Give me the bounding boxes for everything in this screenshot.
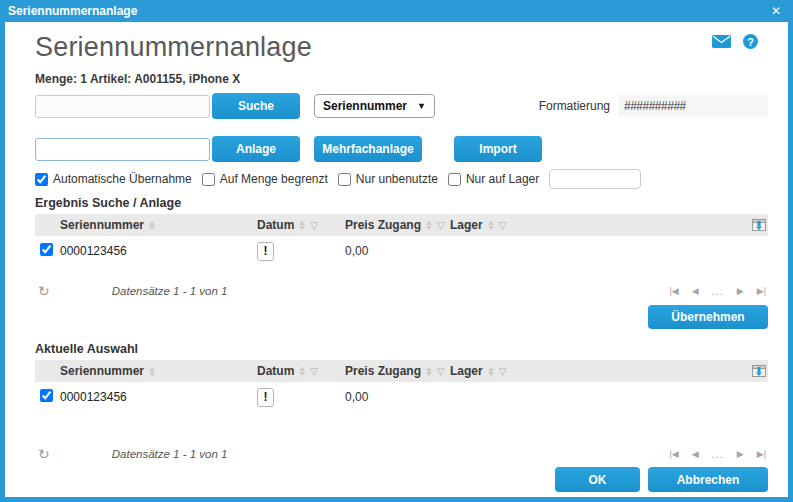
cell-seriennummer: 0000123456 [60, 244, 257, 258]
result-grid-header: Seriennummer Datum ▽ Preis Zugang ▽ Lage… [35, 214, 768, 236]
filter-icon[interactable]: ▽ [310, 366, 318, 377]
cell-seriennummer: 0000123456 [60, 390, 257, 404]
suche-button[interactable]: Suche [212, 93, 300, 119]
selection-grid-header: Seriennummer Datum ▽ Preis Zugang ▽ Lage… [35, 360, 768, 382]
header-icons: ? [712, 34, 758, 49]
search-input[interactable] [35, 95, 210, 118]
result-pager: ↻ Datensätze 1 - 1 von 1 |◀ ◀ ... ▶ ▶| [35, 283, 768, 299]
checkbox-automatische-uebernahme[interactable]: Automatische Übernahme [35, 172, 192, 186]
dialog-body: ? Seriennummernanlage Menge: 1 Artikel: … [0, 22, 793, 502]
row-select-checkbox[interactable] [40, 243, 53, 256]
column-header-preis-zugang[interactable]: Preis Zugang ▽ [345, 218, 450, 232]
import-button[interactable]: Import [454, 136, 542, 162]
selection-section-heading: Aktuelle Auswahl [35, 342, 768, 356]
prev-page-icon[interactable]: ◀ [692, 286, 699, 296]
datum-warning-button[interactable]: ! [257, 388, 274, 407]
filter-icon[interactable]: ▽ [437, 220, 445, 231]
search-row: Suche Seriennummer ▼ Formatierung ######… [35, 93, 768, 119]
sort-icon[interactable] [149, 221, 156, 230]
format-value: ########## [618, 95, 768, 117]
mail-icon[interactable] [712, 35, 731, 48]
abbrechen-button[interactable]: Abbrechen [648, 467, 768, 492]
dialog-footer: OK Abbrechen [35, 467, 768, 492]
next-page-icon[interactable]: ▶ [737, 286, 744, 296]
column-chooser-icon[interactable] [746, 219, 768, 231]
chevron-down-icon: ▼ [417, 101, 426, 111]
filter-icon[interactable]: ▽ [437, 366, 445, 377]
first-page-icon[interactable]: |◀ [669, 286, 678, 296]
last-page-icon[interactable]: ▶| [757, 449, 766, 459]
article-info: Menge: 1 Artikel: A001155, iPhone X [35, 72, 768, 86]
uebernehmen-button[interactable]: Übernehmen [648, 305, 768, 329]
next-page-icon[interactable]: ▶ [737, 449, 744, 459]
column-header-seriennummer[interactable]: Seriennummer [60, 364, 257, 378]
page-ellipsis: ... [712, 285, 724, 297]
sort-icon[interactable] [149, 367, 156, 376]
result-grid: Seriennummer Datum ▽ Preis Zugang ▽ Lage… [35, 214, 768, 266]
sort-icon[interactable] [299, 221, 306, 230]
filter-icon[interactable]: ▽ [499, 220, 507, 231]
table-row[interactable]: 0000123456 ! 0,00 [35, 236, 768, 266]
refresh-icon[interactable]: ↻ [38, 283, 50, 299]
pagination: |◀ ◀ ... ▶ ▶| [669, 285, 768, 297]
datum-warning-button[interactable]: ! [257, 242, 274, 261]
sort-icon[interactable] [426, 367, 433, 376]
anlage-button[interactable]: Anlage [212, 136, 300, 162]
column-header-datum[interactable]: Datum ▽ [257, 364, 345, 378]
column-header-lager[interactable]: Lager ▽ [450, 364, 550, 378]
result-section-heading: Ergebnis Suche / Anlage [35, 196, 768, 210]
column-header-seriennummer[interactable]: Seriennummer [60, 218, 257, 232]
refresh-icon[interactable]: ↻ [38, 446, 50, 462]
close-icon[interactable]: ✕ [767, 4, 785, 18]
records-count: Datensätze 1 - 1 von 1 [112, 448, 228, 460]
page-title: Seriennummernanlage [35, 32, 768, 63]
mehrfachanlage-button[interactable]: Mehrfachanlage [314, 136, 422, 162]
column-chooser-icon[interactable] [746, 365, 768, 377]
sort-icon[interactable] [488, 221, 495, 230]
ok-button[interactable]: OK [555, 467, 640, 492]
dialog-title: Seriennummernanlage [8, 4, 137, 18]
format-group: Formatierung ########## [539, 95, 768, 117]
records-count: Datensätze 1 - 1 von 1 [112, 285, 228, 297]
prev-page-icon[interactable]: ◀ [692, 449, 699, 459]
cell-preis-zugang: 0,00 [345, 390, 450, 404]
auf-menge-begrenzt-checkbox[interactable] [202, 173, 215, 186]
row-select-checkbox[interactable] [40, 389, 53, 402]
last-page-icon[interactable]: ▶| [757, 286, 766, 296]
pagination: |◀ ◀ ... ▶ ▶| [669, 448, 768, 460]
checkbox-auf-menge-begrenzt[interactable]: Auf Menge begrenzt [202, 172, 328, 186]
filter-icon[interactable]: ▽ [310, 220, 318, 231]
help-icon[interactable]: ? [743, 34, 758, 49]
column-header-datum[interactable]: Datum ▽ [257, 218, 345, 232]
column-header-preis-zugang[interactable]: Preis Zugang ▽ [345, 364, 450, 378]
sort-icon[interactable] [299, 367, 306, 376]
format-label: Formatierung [539, 99, 610, 113]
anlage-input[interactable] [35, 138, 210, 161]
seriennummernanlage-dialog: Seriennummernanlage ✕ ? Seriennummernanl… [0, 0, 793, 502]
checkbox-nur-unbenutzte[interactable]: Nur unbenutzte [338, 172, 438, 186]
sort-icon[interactable] [488, 367, 495, 376]
cell-preis-zugang: 0,00 [345, 244, 450, 258]
column-header-lager[interactable]: Lager ▽ [450, 218, 550, 232]
nur-unbenutzte-checkbox[interactable] [338, 173, 351, 186]
selection-pager: ↻ Datensätze 1 - 1 von 1 |◀ ◀ ... ▶ ▶| [35, 446, 768, 462]
search-type-dropdown[interactable]: Seriennummer ▼ [314, 94, 435, 118]
first-page-icon[interactable]: |◀ [669, 449, 678, 459]
table-row[interactable]: 0000123456 ! 0,00 [35, 382, 768, 412]
automatische-uebernahme-checkbox[interactable] [35, 173, 48, 186]
nur-auf-lager-checkbox[interactable] [448, 173, 461, 186]
checkbox-nur-auf-lager[interactable]: Nur auf Lager [448, 172, 539, 186]
dialog-titlebar[interactable]: Seriennummernanlage ✕ [0, 0, 793, 22]
filter-icon[interactable]: ▽ [499, 366, 507, 377]
lager-filter-input[interactable] [549, 169, 641, 189]
dropdown-value: Seriennummer [323, 99, 407, 113]
sort-icon[interactable] [426, 221, 433, 230]
create-row: Anlage Mehrfachanlage Import [35, 136, 768, 162]
options-row: Automatische Übernahme Auf Menge begrenz… [35, 169, 768, 189]
selection-grid: Seriennummer Datum ▽ Preis Zugang ▽ Lage… [35, 360, 768, 412]
page-ellipsis: ... [712, 448, 724, 460]
